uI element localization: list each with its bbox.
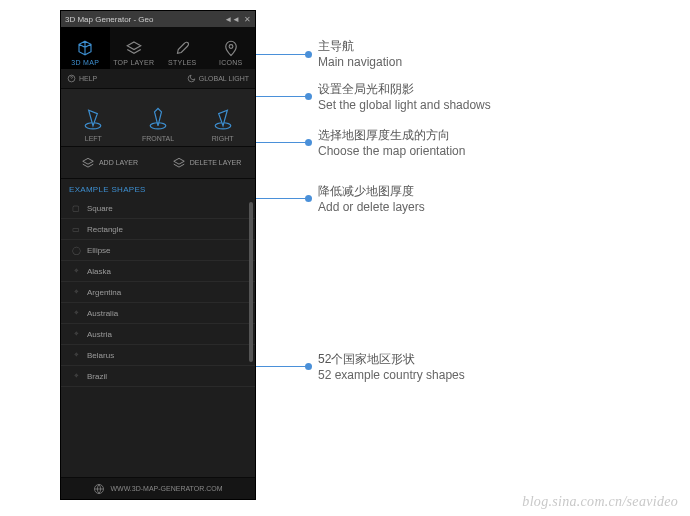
anno-en: Main navigation xyxy=(318,54,402,70)
shape-label: Square xyxy=(87,204,113,213)
anno-en: Choose the map orientation xyxy=(318,143,465,159)
orient-label: FRONTAL xyxy=(142,135,174,142)
tab-label: 3D MAP xyxy=(71,59,99,66)
help-icon xyxy=(67,74,76,83)
anno-zh: 降低减少地图厚度 xyxy=(318,183,425,199)
global-light-label: GLOBAL LIGHT xyxy=(199,75,249,82)
compass-right-icon xyxy=(212,105,234,131)
titlebar: 3D Map Generator - Geo ◄◄ ✕ xyxy=(61,11,255,27)
annotation-nav: 主导航 Main navigation xyxy=(318,38,402,70)
add-layer-label: ADD LAYER xyxy=(99,159,138,166)
annotation-orient: 选择地图厚度生成的方向 Choose the map orientation xyxy=(318,127,465,159)
collapse-icon[interactable]: ◄◄ xyxy=(224,15,240,24)
stack-remove-icon xyxy=(172,156,186,170)
list-item[interactable]: ⌖Belarus xyxy=(61,345,255,366)
orient-frontal[interactable]: FRONTAL xyxy=(126,89,191,146)
layers-icon xyxy=(125,39,143,57)
sub-toolbar: HELP GLOBAL LIGHT xyxy=(61,69,255,89)
shape-label: Argentina xyxy=(87,288,121,297)
help-button[interactable]: HELP xyxy=(61,74,187,83)
add-layer-button[interactable]: ADD LAYER xyxy=(61,147,158,178)
scrollbar[interactable] xyxy=(249,202,253,362)
annotation-layers: 降低减少地图厚度 Add or delete layers xyxy=(318,183,425,215)
moon-icon xyxy=(187,74,196,83)
tab-styles[interactable]: STYLES xyxy=(158,27,207,69)
annotation-shapes: 52个国家地区形状 52 example country shapes xyxy=(318,351,465,383)
orientation-row: LEFT FRONTAL RIGHT xyxy=(61,89,255,147)
footer-url: WWW.3D-MAP-GENERATOR.COM xyxy=(110,485,222,492)
list-item[interactable]: ⌖Brazil xyxy=(61,366,255,387)
tab-top-layer[interactable]: TOP LAYER xyxy=(110,27,159,69)
anno-en: 52 example country shapes xyxy=(318,367,465,383)
leader-line xyxy=(256,96,308,97)
globe-icon xyxy=(93,483,105,495)
pin-icon xyxy=(222,39,240,57)
anno-zh: 设置全局光和阴影 xyxy=(318,81,491,97)
orient-right[interactable]: RIGHT xyxy=(190,89,255,146)
pin-icon: ⌖ xyxy=(71,350,81,360)
footer[interactable]: WWW.3D-MAP-GENERATOR.COM xyxy=(61,477,255,499)
anno-en: Add or delete layers xyxy=(318,199,425,215)
shape-label: Australia xyxy=(87,309,118,318)
list-item[interactable]: ⌖Alaska xyxy=(61,261,255,282)
list-item[interactable]: ◯Ellipse xyxy=(61,240,255,261)
compass-frontal-icon xyxy=(147,105,169,131)
window-title: 3D Map Generator - Geo xyxy=(65,15,220,24)
rectangle-icon: ▭ xyxy=(71,224,81,234)
brush-icon xyxy=(173,39,191,57)
tab-label: TOP LAYER xyxy=(113,59,154,66)
tab-icons[interactable]: ICONS xyxy=(207,27,256,69)
list-item[interactable]: ⌖Argentina xyxy=(61,282,255,303)
close-icon[interactable]: ✕ xyxy=(244,15,251,24)
tab-3d-map[interactable]: 3D MAP xyxy=(61,27,110,69)
shape-label: Ellipse xyxy=(87,246,111,255)
shape-label: Rectangle xyxy=(87,225,123,234)
section-header: EXAMPLE SHAPES xyxy=(61,179,255,198)
global-light-button[interactable]: GLOBAL LIGHT xyxy=(187,74,255,83)
leader-line xyxy=(256,366,308,367)
orient-left[interactable]: LEFT xyxy=(61,89,126,146)
anno-en: Set the global light and shadows xyxy=(318,97,491,113)
shape-label: Alaska xyxy=(87,267,111,276)
pin-icon: ⌖ xyxy=(71,371,81,381)
orient-label: RIGHT xyxy=(212,135,234,142)
watermark: blog.sina.com.cn/seavideo xyxy=(522,494,678,510)
anno-zh: 选择地图厚度生成的方向 xyxy=(318,127,465,143)
shape-label: Austria xyxy=(87,330,112,339)
plugin-panel: 3D Map Generator - Geo ◄◄ ✕ 3D MAP TOP L… xyxy=(60,10,256,500)
ellipse-icon: ◯ xyxy=(71,245,81,255)
square-icon: ▢ xyxy=(71,203,81,213)
list-item[interactable]: ▢Square xyxy=(61,198,255,219)
shape-list: ▢Square ▭Rectangle ◯Ellipse ⌖Alaska ⌖Arg… xyxy=(61,198,255,477)
layer-row: ADD LAYER DELETE LAYER xyxy=(61,147,255,179)
leader-line xyxy=(256,54,308,55)
anno-zh: 主导航 xyxy=(318,38,402,54)
leader-line xyxy=(256,142,308,143)
tab-label: ICONS xyxy=(219,59,243,66)
pin-icon: ⌖ xyxy=(71,308,81,318)
anno-zh: 52个国家地区形状 xyxy=(318,351,465,367)
list-item[interactable]: ▭Rectangle xyxy=(61,219,255,240)
orient-label: LEFT xyxy=(85,135,102,142)
list-item[interactable]: ⌖Australia xyxy=(61,303,255,324)
pin-icon: ⌖ xyxy=(71,266,81,276)
annotation-light: 设置全局光和阴影 Set the global light and shadow… xyxy=(318,81,491,113)
delete-layer-button[interactable]: DELETE LAYER xyxy=(158,147,255,178)
stack-add-icon xyxy=(81,156,95,170)
compass-left-icon xyxy=(82,105,104,131)
tab-label: STYLES xyxy=(168,59,197,66)
shape-label: Belarus xyxy=(87,351,114,360)
pin-icon: ⌖ xyxy=(71,329,81,339)
main-tabs: 3D MAP TOP LAYER STYLES ICONS xyxy=(61,27,255,69)
shape-label: Brazil xyxy=(87,372,107,381)
svg-point-0 xyxy=(229,45,233,49)
leader-line xyxy=(256,198,308,199)
delete-layer-label: DELETE LAYER xyxy=(190,159,242,166)
list-item[interactable]: ⌖Austria xyxy=(61,324,255,345)
help-label: HELP xyxy=(79,75,97,82)
cube-icon xyxy=(76,39,94,57)
pin-icon: ⌖ xyxy=(71,287,81,297)
